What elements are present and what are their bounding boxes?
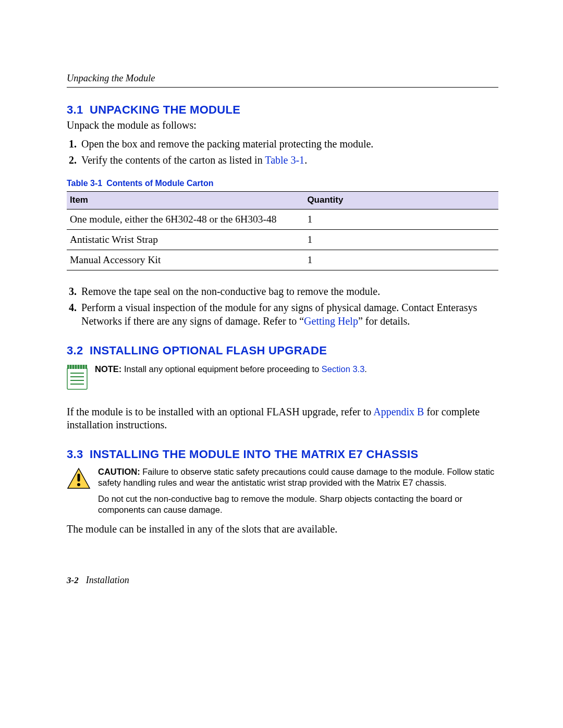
section-intro: Unpack the module as follows: xyxy=(67,119,498,132)
step-text-suffix: ” for details. xyxy=(358,315,410,327)
table-header-row: Item Quantity xyxy=(67,191,498,209)
svg-rect-0 xyxy=(67,368,87,389)
section-heading-3-1: 3.1UNPACKING THE MODULE xyxy=(67,103,498,117)
page-footer: 3-2Installation xyxy=(67,574,498,586)
table-row: One module, either the 6H302-48 or the 6… xyxy=(67,209,498,229)
table-title: Contents of Module Carton xyxy=(106,179,213,188)
step-number: 4. xyxy=(69,301,77,315)
section-3-2-paragraph: If the module is to be installed with an… xyxy=(67,405,498,432)
page: Unpacking the Module 3.1UNPACKING THE MO… xyxy=(0,0,563,728)
note-prefix: Install any optional equipment before pr… xyxy=(121,364,321,374)
step-4: 4. Perform a visual inspection of the mo… xyxy=(81,301,498,328)
cell-qty: 1 xyxy=(304,229,498,250)
caution-para-1: CAUTION: Failure to observe static safet… xyxy=(98,466,498,488)
section-number: 3.1 xyxy=(67,103,90,117)
caution-body-1: Failure to observe static safety precaut… xyxy=(98,467,494,487)
step-text: Remove the tape seal on the non-conducti… xyxy=(81,286,380,297)
table-reference-link[interactable]: Table 3-1 xyxy=(265,154,304,166)
note-lead: NOTE: xyxy=(95,364,121,374)
getting-help-link[interactable]: Getting Help xyxy=(304,315,358,327)
table-caption: Table 3-1Contents of Module Carton xyxy=(67,179,498,188)
chapter-name: Installation xyxy=(86,575,129,585)
step-text-prefix: Perform a visual inspection of the modul… xyxy=(81,302,477,327)
svg-rect-14 xyxy=(78,474,80,482)
table-label: Table 3-1 xyxy=(67,179,102,188)
step-3: 3. Remove the tape seal on the non-condu… xyxy=(81,285,498,299)
step-text-suffix: . xyxy=(304,154,307,166)
step-number: 1. xyxy=(69,138,77,151)
cell-item: Antistatic Wrist Strap xyxy=(67,229,304,250)
step-number: 3. xyxy=(69,285,77,299)
cell-item: Manual Accessory Kit xyxy=(67,250,304,270)
appendix-link[interactable]: Appendix B xyxy=(373,406,424,417)
note-icon xyxy=(67,365,88,390)
cell-item: One module, either the 6H302-48 or the 6… xyxy=(67,209,304,229)
note-suffix: . xyxy=(364,364,367,374)
page-number: 3-2 xyxy=(67,575,79,585)
section-reference-link[interactable]: Section 3.3 xyxy=(322,364,365,374)
header-item: Item xyxy=(67,191,304,209)
step-1: 1. Open the box and remove the packing m… xyxy=(81,138,498,151)
section-title: UNPACKING THE MODULE xyxy=(90,103,240,116)
contents-table: Item Quantity One module, either the 6H3… xyxy=(67,191,498,270)
note-text: NOTE: Install any optional equipment bef… xyxy=(95,364,367,375)
section-number: 3.3 xyxy=(67,448,90,461)
steps-list-a: 1. Open the box and remove the packing m… xyxy=(67,138,498,167)
table-row: Antistatic Wrist Strap 1 xyxy=(67,229,498,250)
section-heading-3-3: 3.3INSTALLING THE MODULE INTO THE MATRIX… xyxy=(67,448,498,461)
section-3-3-paragraph: The module can be installed in any of th… xyxy=(67,523,498,536)
header-rule xyxy=(67,87,498,88)
steps-list-b: 3. Remove the tape seal on the non-condu… xyxy=(67,285,498,328)
caution-block: CAUTION: Failure to observe static safet… xyxy=(67,466,498,515)
para-prefix: If the module is to be installed with an… xyxy=(67,406,373,417)
section-title: INSTALLING OPTIONAL FLASH UPGRADE xyxy=(90,344,327,357)
note-block: NOTE: Install any optional equipment bef… xyxy=(67,364,498,390)
cell-qty: 1 xyxy=(304,209,498,229)
svg-point-15 xyxy=(77,483,80,486)
table-row: Manual Accessory Kit 1 xyxy=(67,250,498,270)
section-title: INSTALLING THE MODULE INTO THE MATRIX E7… xyxy=(90,448,418,461)
step-2: 2. Verify the contents of the carton as … xyxy=(81,154,498,167)
section-heading-3-2: 3.2INSTALLING OPTIONAL FLASH UPGRADE xyxy=(67,344,498,357)
step-text: Open the box and remove the packing mate… xyxy=(81,138,373,150)
running-header: Unpacking the Module xyxy=(67,73,498,84)
step-number: 2. xyxy=(69,154,77,167)
caution-text: CAUTION: Failure to observe static safet… xyxy=(98,466,498,515)
header-quantity: Quantity xyxy=(304,191,498,209)
caution-para-2: Do not cut the non-conductive bag to rem… xyxy=(98,493,498,515)
cell-qty: 1 xyxy=(304,250,498,270)
caution-lead: CAUTION: xyxy=(98,467,140,476)
warning-triangle-icon xyxy=(67,467,91,489)
section-number: 3.2 xyxy=(67,344,90,357)
step-text-prefix: Verify the contents of the carton as lis… xyxy=(81,154,265,166)
